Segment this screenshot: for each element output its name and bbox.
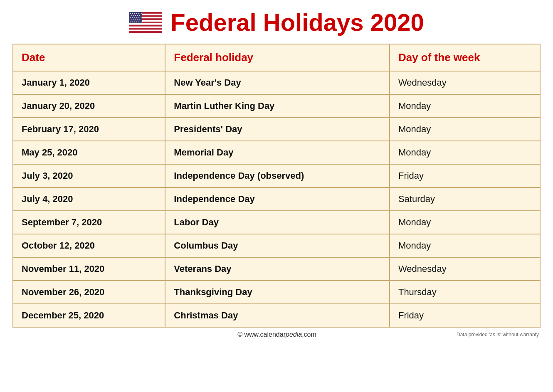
svg-rect-9 bbox=[129, 26, 162, 28]
cell-date: September 7, 2020 bbox=[13, 211, 165, 234]
cell-day: Friday bbox=[390, 304, 540, 327]
cell-day: Monday bbox=[390, 234, 540, 257]
cell-date: January 20, 2020 bbox=[13, 94, 165, 118]
holidays-table-wrapper: Date Federal holiday Day of the week Jan… bbox=[12, 44, 541, 328]
table-row: November 26, 2020Thanksgiving DayThursda… bbox=[13, 281, 540, 304]
cell-date: July 3, 2020 bbox=[13, 164, 165, 187]
cell-date: February 17, 2020 bbox=[13, 118, 165, 141]
cell-day: Friday bbox=[390, 164, 540, 187]
table-row: October 12, 2020Columbus DayMonday bbox=[13, 234, 540, 257]
cell-date: October 12, 2020 bbox=[13, 234, 165, 257]
svg-rect-7 bbox=[129, 23, 162, 25]
cell-date: December 25, 2020 bbox=[13, 304, 165, 327]
table-row: February 17, 2020Presidents' DayMonday bbox=[13, 118, 540, 141]
cell-day: Monday bbox=[390, 94, 540, 118]
cell-holiday: Independence Day (observed) bbox=[165, 164, 390, 187]
table-row: January 1, 2020New Year's DayWednesday bbox=[13, 71, 540, 94]
table-row: July 4, 2020Independence DaySaturday bbox=[13, 187, 540, 211]
cell-holiday: Memorial Day bbox=[165, 141, 390, 164]
cell-day: Saturday bbox=[390, 187, 540, 211]
cell-holiday: Christmas Day bbox=[165, 304, 390, 327]
cell-date: July 4, 2020 bbox=[13, 187, 165, 211]
cell-holiday: Independence Day bbox=[165, 187, 390, 211]
footer-copyright: © www.calendarpedia.com bbox=[97, 331, 457, 338]
cell-holiday: Labor Day bbox=[165, 211, 390, 234]
cell-holiday: Veterans Day bbox=[165, 257, 390, 281]
page-title: Federal Holidays 2020 bbox=[170, 8, 424, 36]
page-header: ★ ★ ★ ★ ★ ★ ★ ★ ★ ★ ★ ★ ★ ★ ★ ★ ★ ★ ★ ★ … bbox=[12, 8, 541, 36]
cell-holiday: Columbus Day bbox=[165, 234, 390, 257]
table-header-row: Date Federal holiday Day of the week bbox=[13, 44, 540, 71]
page-footer: © www.calendarpedia.com Data provided 'a… bbox=[12, 331, 541, 338]
table-row: May 25, 2020Memorial DayMonday bbox=[13, 141, 540, 164]
cell-date: January 1, 2020 bbox=[13, 71, 165, 94]
column-date: Date bbox=[13, 44, 165, 71]
cell-holiday: New Year's Day bbox=[165, 71, 390, 94]
us-flag-icon: ★ ★ ★ ★ ★ ★ ★ ★ ★ ★ ★ ★ ★ ★ ★ ★ ★ ★ ★ ★ … bbox=[129, 12, 162, 33]
cell-day: Wednesday bbox=[390, 71, 540, 94]
holidays-table: Date Federal holiday Day of the week Jan… bbox=[13, 44, 540, 327]
column-day: Day of the week bbox=[390, 44, 540, 71]
svg-rect-12 bbox=[129, 31, 162, 33]
table-row: July 3, 2020Independence Day (observed)F… bbox=[13, 164, 540, 187]
svg-text:★ ★ ★ ★ ★ ★: ★ ★ ★ ★ ★ ★ bbox=[130, 21, 142, 23]
cell-day: Thursday bbox=[390, 281, 540, 304]
svg-rect-8 bbox=[129, 25, 162, 26]
cell-holiday: Thanksgiving Day bbox=[165, 281, 390, 304]
footer-copyright-italic: pedia bbox=[286, 331, 302, 338]
cell-holiday: Presidents' Day bbox=[165, 118, 390, 141]
cell-holiday: Martin Luther King Day bbox=[165, 94, 390, 118]
column-holiday: Federal holiday bbox=[165, 44, 390, 71]
svg-rect-10 bbox=[129, 28, 162, 30]
cell-day: Monday bbox=[390, 118, 540, 141]
table-row: September 7, 2020Labor DayMonday bbox=[13, 211, 540, 234]
footer-disclaimer: Data provided 'as is' without warranty bbox=[457, 332, 539, 338]
table-row: November 11, 2020Veterans DayWednesday bbox=[13, 257, 540, 281]
cell-date: November 11, 2020 bbox=[13, 257, 165, 281]
cell-date: November 26, 2020 bbox=[13, 281, 165, 304]
cell-date: May 25, 2020 bbox=[13, 141, 165, 164]
svg-rect-11 bbox=[129, 30, 162, 31]
table-row: December 25, 2020Christmas DayFriday bbox=[13, 304, 540, 327]
cell-day: Monday bbox=[390, 141, 540, 164]
cell-day: Wednesday bbox=[390, 257, 540, 281]
table-row: January 20, 2020Martin Luther King DayMo… bbox=[13, 94, 540, 118]
cell-day: Monday bbox=[390, 211, 540, 234]
